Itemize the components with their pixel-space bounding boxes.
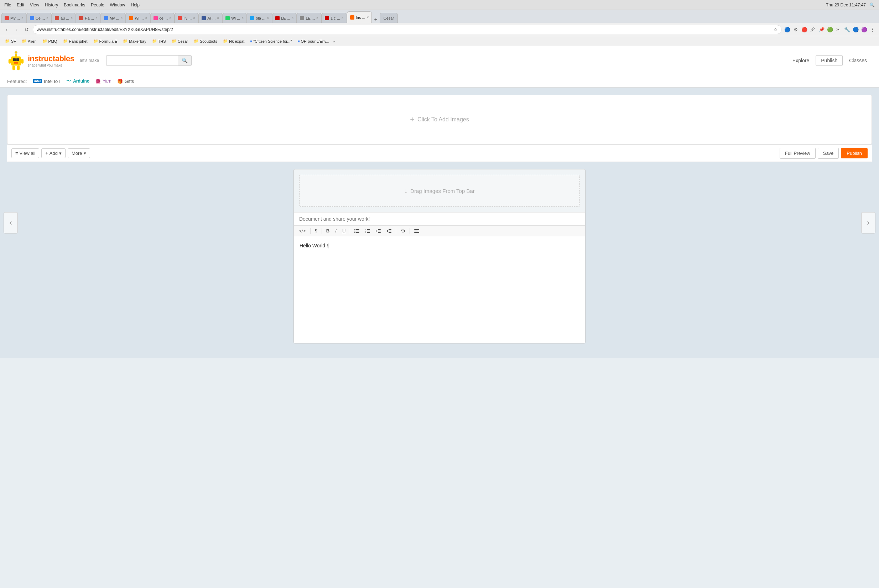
content-area[interactable]: Hello World ! <box>294 236 585 343</box>
search-box[interactable]: 🔍 <box>106 55 192 66</box>
featured-yarn[interactable]: 🧶 Yarn <box>95 79 111 84</box>
tab-close-7[interactable]: × <box>169 16 171 20</box>
tab-close-5[interactable]: × <box>121 16 123 20</box>
tab-close-14[interactable]: × <box>341 16 344 20</box>
menu-history[interactable]: History <box>45 3 58 8</box>
refresh-button[interactable]: ↺ <box>23 26 31 33</box>
tab-close-11[interactable]: × <box>267 16 269 20</box>
extension-icon-6[interactable]: 🟢 <box>826 26 833 33</box>
tab-close-9[interactable]: × <box>217 16 219 20</box>
indent-less-button[interactable] <box>374 228 383 234</box>
logo-area[interactable]: instructables shape what you make <box>7 50 74 71</box>
bookmark-scoutbots[interactable]: 📁 Scoutbots <box>192 38 219 44</box>
menu-bookmarks[interactable]: Bookmarks <box>64 3 85 8</box>
search-button[interactable]: 🔍 <box>178 56 191 66</box>
tab-close-1[interactable]: × <box>21 16 24 20</box>
browser-tab-12[interactable]: LE ... × <box>272 13 297 23</box>
tab-close-13[interactable]: × <box>316 16 319 20</box>
unordered-list-button[interactable] <box>352 228 362 234</box>
bookmark-cesar[interactable]: 📁 Cesar <box>170 38 190 44</box>
tab-close-2[interactable]: × <box>46 16 48 20</box>
menu-view[interactable]: View <box>30 3 39 8</box>
menu-edit[interactable]: Edit <box>17 3 24 8</box>
new-tab-button[interactable]: + <box>372 16 379 23</box>
menu-help[interactable]: Help <box>131 3 140 8</box>
publish-button[interactable]: Publish <box>841 148 868 158</box>
bookmark-pmq[interactable]: 📁 PMQ <box>40 38 60 44</box>
url-bar[interactable]: www.instructables.com/editInstructable/e… <box>33 25 781 34</box>
link-button[interactable] <box>398 228 407 234</box>
extension-icon-4[interactable]: 🖊 <box>809 26 816 33</box>
bookmark-alien[interactable]: 📁 Alien <box>20 38 39 44</box>
drag-images-area[interactable]: ↓ Drag Images From Top Bar <box>299 175 580 207</box>
bookmark-makerbay[interactable]: 📁 Makerbay <box>121 38 148 44</box>
code-button[interactable]: </> <box>297 228 308 234</box>
ordered-list-button[interactable]: 1. 2. 3. <box>363 228 372 234</box>
os-search-icon[interactable]: 🔍 <box>869 3 875 8</box>
featured-gifts[interactable]: 🎁 Gifts <box>117 79 134 84</box>
browser-tab-2[interactable]: Ce ... × <box>27 13 52 23</box>
tab-close-4[interactable]: × <box>95 16 98 20</box>
browser-menu-icon[interactable]: ⋮ <box>869 26 876 33</box>
tab-close-10[interactable]: × <box>242 16 243 20</box>
extension-icon-2[interactable]: ⚙ <box>792 26 799 33</box>
tab-close-3[interactable]: × <box>71 16 73 20</box>
more-button[interactable]: More ▾ <box>68 148 90 158</box>
underline-button[interactable]: U <box>340 227 348 234</box>
bold-button[interactable]: B <box>324 227 332 234</box>
bookmark-hkexpat[interactable]: 📁 Hk expat <box>221 38 246 44</box>
extension-icon-3[interactable]: 🔴 <box>801 26 808 33</box>
bookmark-formula[interactable]: 📁 Formula E <box>91 38 120 44</box>
indent-more-button[interactable] <box>384 228 394 234</box>
featured-arduino[interactable]: 〜 Arduino <box>66 78 89 84</box>
bookmark-citizen[interactable]: ■ "Citizen Science for..." <box>248 39 294 44</box>
browser-tab-1[interactable]: My ... × <box>2 13 27 23</box>
view-all-button[interactable]: ≡ View all <box>11 148 39 158</box>
menu-window[interactable]: Window <box>110 3 125 8</box>
extension-icon-9[interactable]: 🔵 <box>852 26 859 33</box>
browser-tab-11[interactable]: bla ... × <box>247 13 272 23</box>
nav-classes[interactable]: Classes <box>844 56 872 66</box>
back-button[interactable]: ‹ <box>3 26 11 33</box>
save-button[interactable]: Save <box>818 148 839 159</box>
extension-icon-1[interactable]: 🔵 <box>784 26 791 33</box>
extension-icon-7[interactable]: ✂ <box>835 26 842 33</box>
search-input[interactable] <box>107 58 178 63</box>
tab-close-6[interactable]: × <box>145 16 147 20</box>
tab-close-12[interactable]: × <box>292 16 294 20</box>
browser-tab-13[interactable]: LE ... × <box>297 13 322 23</box>
next-step-button[interactable]: › <box>861 212 876 234</box>
browser-tab-15[interactable]: Ins ... × <box>347 11 372 23</box>
bookmark-star-icon[interactable]: ☆ <box>774 27 777 32</box>
browser-tab-3[interactable]: au ... × <box>52 13 76 23</box>
browser-tab-9[interactable]: Ar ... × <box>198 13 222 23</box>
tab-close-8[interactable]: × <box>193 16 195 20</box>
extension-icon-8[interactable]: 🔧 <box>843 26 850 33</box>
align-button[interactable] <box>412 228 421 234</box>
profile-tab[interactable]: Cesar <box>380 13 398 23</box>
menu-people[interactable]: People <box>91 3 104 8</box>
extension-icon-5[interactable]: 📌 <box>818 26 825 33</box>
browser-tab-14[interactable]: 1 c ... × <box>322 13 347 23</box>
add-button[interactable]: + Add ▾ <box>41 148 66 158</box>
browser-tab-6[interactable]: Wi ... × <box>126 13 150 23</box>
italic-button[interactable]: I <box>333 227 339 234</box>
extension-icon-10[interactable]: 🟣 <box>861 26 868 33</box>
nav-publish-button[interactable]: Publish <box>816 55 843 66</box>
bookmarks-more[interactable]: » <box>333 39 335 44</box>
featured-intel[interactable]: intel Intel IoT <box>33 79 60 84</box>
os-menu-items[interactable]: File Edit View History Bookmarks People … <box>4 3 140 8</box>
doc-title-input[interactable] <box>299 216 580 222</box>
nav-explore[interactable]: Explore <box>787 56 814 66</box>
browser-tab-5[interactable]: My ... × <box>101 13 126 23</box>
browser-tab-7[interactable]: ce ... × <box>150 13 174 23</box>
full-preview-button[interactable]: Full Preview <box>780 148 816 159</box>
browser-tab-8[interactable]: Ily ... × <box>174 13 198 23</box>
browser-tab-10[interactable]: Wi ... × <box>222 13 247 23</box>
browser-tab-4[interactable]: Pa ... × <box>76 13 101 23</box>
bookmark-oh[interactable]: ■ OH pour L'Env... <box>295 39 331 44</box>
bookmark-sf[interactable]: 📁 SF <box>3 38 18 44</box>
paragraph-button[interactable]: ¶ <box>313 227 320 234</box>
bookmark-paris[interactable]: 📁 Paris pihet <box>61 38 90 44</box>
menu-file[interactable]: File <box>4 3 11 8</box>
